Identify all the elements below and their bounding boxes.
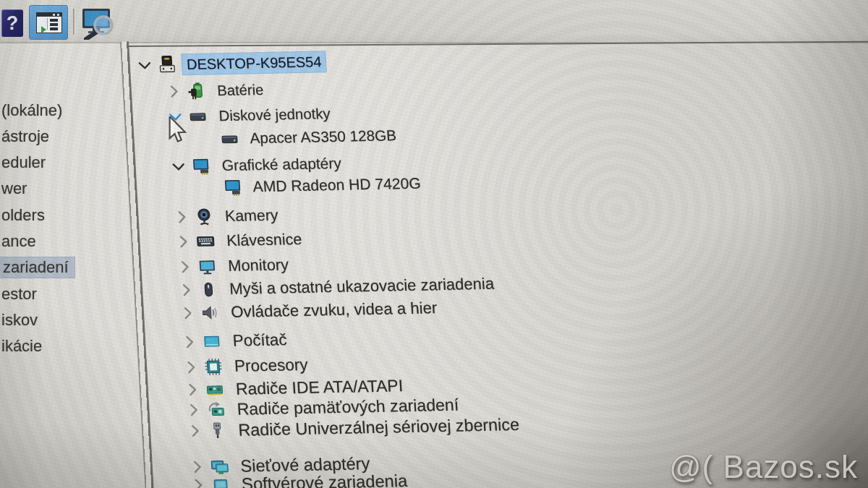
tree-node-label[interactable]: Softvérové zariadenia — [241, 471, 408, 488]
chevron-right-icon[interactable] — [186, 422, 204, 440]
monitor-icon — [197, 257, 218, 275]
chevron-right-icon[interactable] — [189, 476, 207, 488]
storage-controller-icon — [206, 400, 226, 419]
network-adapter-icon — [210, 457, 230, 476]
show-hide-console-tree-icon[interactable] — [29, 5, 68, 40]
processor-icon — [203, 357, 224, 376]
tree-node-label[interactable]: Kamery — [224, 205, 278, 226]
chevron-right-icon[interactable] — [188, 458, 206, 476]
console-tree-panel: (lokálne)ástrojeedulerweroldersancezaria… — [0, 43, 122, 488]
tree-node-label[interactable]: Grafické adaptéry — [221, 153, 342, 176]
console-tree-item[interactable]: olders — [0, 205, 45, 226]
watermark: @( Bazos.sk — [669, 449, 858, 485]
console-tree-item[interactable]: estor — [0, 284, 37, 304]
tree-node-label[interactable]: Ovládače zvuku, videa a hier — [231, 298, 438, 322]
chevron-right-icon[interactable] — [179, 304, 197, 322]
chevron-right-icon[interactable] — [182, 359, 200, 376]
tree-node-label[interactable]: Počítač — [232, 330, 287, 351]
mouse-icon — [199, 280, 219, 299]
software-device-icon — [210, 475, 231, 488]
console-tree-item[interactable]: zariadení — [0, 257, 75, 278]
chevron-down-icon[interactable] — [135, 56, 153, 74]
tree-node-label[interactable]: AMD Radeon HD 7420G — [252, 174, 422, 197]
tree-node-label[interactable]: Batérie — [216, 80, 264, 100]
help-icon[interactable]: ? — [1, 9, 23, 37]
tree-node-label[interactable]: Klávesnice — [226, 229, 302, 251]
chevron-right-icon[interactable] — [172, 208, 190, 226]
disk-icon — [188, 107, 208, 126]
disk-icon — [220, 129, 240, 148]
console-tree-item[interactable]: ance — [0, 231, 36, 252]
chevron-down-icon[interactable] — [169, 158, 187, 175]
console-tree-item[interactable]: ástroje — [0, 127, 49, 147]
keyboard-icon — [195, 231, 216, 250]
chevron-right-icon[interactable] — [180, 333, 198, 351]
speaker-icon — [200, 303, 221, 322]
usb-controller-icon — [208, 421, 228, 440]
tree-node-label[interactable]: Diskové jednotky — [218, 103, 331, 126]
device-tree-panel: DESKTOP-K95ES54BatérieDiskové jednotkyAp… — [129, 47, 868, 488]
chevron-right-icon[interactable] — [174, 233, 192, 250]
tree-node-label[interactable]: Monitory — [228, 254, 289, 276]
chevron-right-icon[interactable] — [177, 281, 195, 299]
console-tree-item[interactable]: wer — [0, 179, 27, 199]
ide-controller-icon — [205, 380, 225, 398]
chevron-right-icon[interactable] — [184, 401, 203, 419]
tree-node-label[interactable]: DESKTOP-K95ES54 — [182, 51, 326, 74]
chevron-right-icon[interactable] — [165, 82, 183, 100]
tree-node-label[interactable]: Myši a ostatné ukazovacie zariadenia — [229, 274, 495, 299]
toolbar-separator — [73, 9, 75, 35]
mouse-cursor — [169, 116, 187, 144]
chevron-right-icon[interactable] — [176, 258, 194, 275]
console-tree-item[interactable]: iskov — [0, 310, 38, 330]
device-manager-window: ? (lokálne)ástrojeedulerwerold — [0, 0, 868, 488]
console-tree-item[interactable]: (lokálne) — [0, 100, 62, 121]
scan-hardware-changes-icon[interactable] — [81, 7, 117, 40]
display-icon — [223, 178, 243, 197]
camera-icon — [194, 207, 214, 226]
chevron-right-icon[interactable] — [183, 381, 201, 398]
console-tree-item[interactable]: eduler — [0, 153, 46, 173]
display-icon — [191, 156, 211, 175]
computer-icon — [157, 55, 177, 74]
console-tree-item[interactable]: ikácie — [0, 336, 42, 356]
tree-node-label[interactable]: Procesory — [234, 355, 308, 377]
window-glyph — [36, 12, 62, 33]
battery-icon — [187, 82, 207, 100]
tree-node-label[interactable]: Apacer AS350 128GB — [250, 125, 397, 148]
computer-blue-icon — [202, 332, 222, 351]
